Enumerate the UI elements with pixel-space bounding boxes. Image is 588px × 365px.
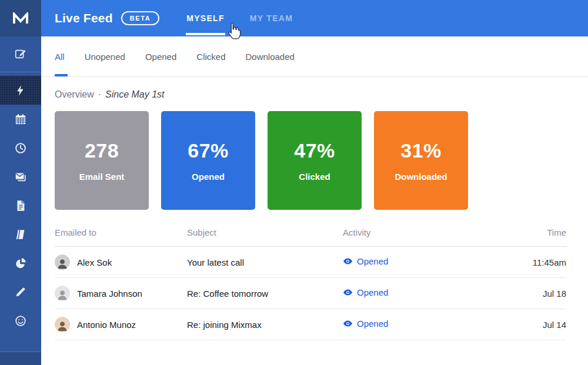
eye-icon [343, 319, 353, 329]
clock-icon [14, 142, 27, 155]
filter-bar: All Unopened Opened Clicked Downloaded [41, 36, 588, 77]
stat-label: Clicked [299, 172, 330, 182]
sidebar-item-recent[interactable] [0, 133, 41, 162]
avatar [55, 255, 70, 270]
activity-label: Opened [357, 287, 388, 297]
smiley-icon [14, 314, 27, 327]
compose-icon [14, 48, 27, 61]
filter-tab-clicked[interactable]: Clicked [196, 36, 225, 76]
person-silhouette-icon [56, 319, 69, 332]
eye-icon [343, 256, 353, 266]
activity-label: Opened [357, 256, 388, 266]
recipient-name: Antonio Munoz [77, 320, 136, 330]
activity-link[interactable]: Opened [343, 319, 388, 329]
content-area: Overview · Since May 1st 278 Email Sent … [41, 77, 588, 365]
mail-stack-icon [14, 170, 27, 183]
overview-header: Overview · Since May 1st [55, 89, 566, 100]
table-row[interactable]: Alex Sok Your latest call Opened [55, 247, 566, 278]
overview-subtitle: Since May 1st [105, 89, 164, 100]
table-header: Emailed to Subject Activity Time [55, 224, 566, 247]
table-row[interactable]: Antonio Munoz Re: joining Mixmax Opened [55, 309, 566, 340]
avatar [55, 286, 70, 301]
activity-label: Opened [357, 319, 388, 329]
stat-card-email-sent[interactable]: 278 Email Sent [55, 111, 149, 210]
page-title: Live Feed [55, 11, 113, 25]
email-subject: Re: Coffee tomorrow [187, 289, 343, 299]
sidebar-item-reports[interactable] [0, 249, 41, 277]
activity-table: Emailed to Subject Activity Time Alex [55, 224, 566, 340]
sidebar-item-sequences[interactable] [0, 162, 41, 191]
overview-separator: · [98, 89, 101, 100]
activity-time: Jul 14 [490, 320, 566, 330]
stat-card-clicked[interactable]: 47% Clicked [268, 111, 362, 210]
recipient-name: Tamara Johnson [77, 289, 142, 299]
book-icon [14, 228, 27, 241]
sidebar-item-live-feed[interactable] [0, 76, 41, 105]
person-silhouette-icon [56, 288, 69, 301]
top-header: Live Feed BETA MYSELF MY TEAM [41, 0, 588, 36]
activity-link[interactable]: Opened [343, 256, 388, 266]
activity-link[interactable]: Opened [343, 287, 388, 297]
hand-pointer-icon [226, 22, 242, 40]
sidebar-item-calendar[interactable] [0, 105, 41, 133]
eye-icon [343, 287, 353, 297]
person-silhouette-icon [56, 257, 69, 270]
document-icon [14, 199, 27, 212]
activity-time: 11:45am [490, 257, 566, 267]
main-area: Live Feed BETA MYSELF MY TEAM All Unopen… [41, 0, 588, 365]
sidebar-item-edit[interactable] [0, 277, 41, 306]
filter-tab-unopened[interactable]: Unopened [85, 36, 125, 76]
sidebar-item-templates[interactable] [0, 191, 41, 220]
filter-tab-opened[interactable]: Opened [145, 36, 176, 76]
sidebar-divider [0, 72, 41, 72]
stat-label: Email Sent [79, 172, 125, 182]
mixmax-logo [12, 12, 29, 24]
column-header-subject: Subject [187, 227, 343, 237]
sidebar-item-compose[interactable] [0, 36, 41, 72]
sidebar [0, 0, 41, 365]
sidebar-item-notes[interactable] [0, 220, 41, 249]
sidebar-item-feedback[interactable] [0, 306, 41, 335]
stat-label: Downloaded [395, 172, 447, 182]
pie-chart-icon [14, 257, 27, 270]
stat-label: Opened [192, 172, 225, 182]
column-header-emailed-to: Emailed to [55, 227, 187, 237]
calendar-icon [14, 113, 27, 126]
sidebar-logo-button[interactable] [0, 0, 41, 36]
pencil-icon [14, 286, 27, 299]
tab-myself[interactable]: MYSELF [186, 0, 225, 36]
table-row[interactable]: Tamara Johnson Re: Coffee tomorrow Opene… [55, 278, 566, 309]
beta-badge: BETA [121, 11, 160, 25]
stat-cards: 278 Email Sent 67% Opened 47% Clicked 31… [55, 111, 566, 210]
filter-tab-all[interactable]: All [55, 36, 65, 76]
sidebar-bottom-block [0, 352, 41, 365]
avatar [55, 317, 70, 332]
recipient-name: Alex Sok [77, 257, 112, 267]
app-window: Live Feed BETA MYSELF MY TEAM All Unopen… [0, 0, 588, 365]
column-header-time: Time [490, 227, 566, 237]
lightning-icon [14, 84, 27, 97]
sidebar-spacer [0, 335, 41, 351]
stat-value: 67% [188, 139, 229, 162]
stat-value: 47% [294, 139, 335, 162]
stat-card-opened[interactable]: 67% Opened [161, 111, 255, 210]
tab-my-team[interactable]: MY TEAM [250, 0, 293, 36]
stat-card-downloaded[interactable]: 31% Downloaded [374, 111, 468, 210]
column-header-activity: Activity [343, 227, 490, 237]
email-subject: Re: joining Mixmax [187, 320, 343, 330]
email-subject: Your latest call [187, 257, 343, 267]
stat-value: 278 [85, 139, 119, 162]
activity-time: Jul 18 [490, 289, 566, 299]
overview-title: Overview [55, 89, 94, 100]
filter-tab-downloaded[interactable]: Downloaded [245, 36, 294, 76]
stat-value: 31% [400, 139, 442, 162]
